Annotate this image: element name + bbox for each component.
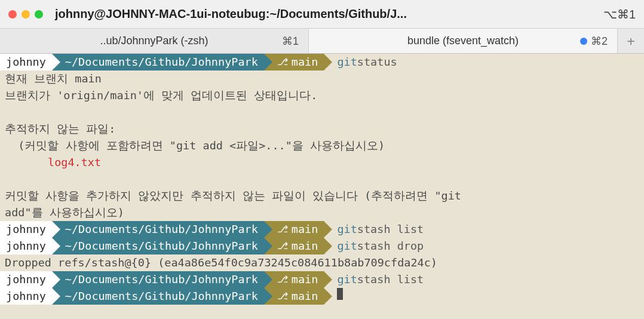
minimize-icon[interactable]	[22, 10, 30, 19]
maximize-icon[interactable]	[35, 10, 43, 19]
window-shortcut: ⌥⌘1	[603, 7, 636, 22]
prompt-user: johnny	[0, 271, 52, 288]
output-line	[0, 104, 644, 121]
branch-name: main	[292, 54, 318, 70]
titlebar: johnny@JOHNNY-MAC-1ui-noteubug:~/Documen…	[0, 0, 644, 29]
tabbar: ..ub/JohnnyPark (-zsh) ⌘1 bundle (fseven…	[0, 29, 644, 54]
prompt-branch: ⎇main	[264, 288, 324, 305]
activity-indicator-icon	[580, 38, 587, 45]
prompt-user: johnny	[0, 238, 52, 254]
tab-2[interactable]: bundle (fsevent_watch) ⌘2	[309, 29, 618, 53]
git-branch-icon: ⎇	[277, 221, 288, 238]
tab-shortcut: ⌘2	[580, 35, 608, 48]
output-line: Dropped refs/stash@{0} (ea4a86e54f0c9a73…	[0, 254, 644, 271]
prompt-path: ~/Documents/Github/JohnnyPark	[52, 221, 264, 238]
prompt-branch: ⎇main	[264, 238, 324, 254]
branch-name: main	[292, 271, 318, 288]
command-text: git stash list	[324, 271, 424, 288]
branch-name: main	[292, 221, 318, 238]
prompt-branch: ⎇main	[264, 221, 324, 238]
new-tab-button[interactable]: +	[618, 29, 644, 53]
output-line: 브랜치가 'origin/main'에 맞게 업데이트된 상태입니다.	[0, 87, 644, 104]
tab-shortcut-text: ⌘2	[591, 35, 608, 48]
prompt-line: johnny ~/Documents/Github/JohnnyPark ⎇ma…	[0, 221, 644, 238]
branch-name: main	[292, 288, 318, 305]
cursor	[337, 288, 343, 300]
branch-name: main	[292, 238, 318, 254]
prompt-path: ~/Documents/Github/JohnnyPark	[52, 271, 264, 288]
prompt-branch: ⎇main	[264, 54, 324, 70]
git-branch-icon: ⎇	[277, 288, 288, 305]
git-branch-icon: ⎇	[277, 238, 288, 254]
prompt-line: johnny ~/Documents/Github/JohnnyPark ⎇ma…	[0, 288, 644, 305]
tab-1[interactable]: ..ub/JohnnyPark (-zsh) ⌘1	[0, 29, 309, 53]
tab-label: ..ub/JohnnyPark (-zsh)	[100, 35, 208, 47]
prompt-user: johnny	[0, 221, 52, 238]
prompt-line: johnny ~/Documents/Github/JohnnyPark ⎇ma…	[0, 271, 644, 288]
prompt-path: ~/Documents/Github/JohnnyPark	[52, 54, 264, 70]
output-line: 추적하지 않는 파일:	[0, 121, 644, 137]
output-line: 현재 브랜치 main	[0, 70, 644, 87]
prompt-line: johnny ~/Documents/Github/JohnnyPark ⎇ma…	[0, 54, 644, 70]
prompt-line: johnny ~/Documents/Github/JohnnyPark ⎇ma…	[0, 238, 644, 254]
prompt-branch: ⎇main	[264, 271, 324, 288]
output-line	[0, 171, 644, 188]
tab-label: bundle (fsevent_watch)	[407, 35, 519, 47]
command-text: git stash drop	[324, 238, 424, 254]
prompt-path: ~/Documents/Github/JohnnyPark	[52, 238, 264, 254]
output-line: 커밋할 사항을 추가하지 않았지만 추적하지 않는 파일이 있습니다 (추적하려…	[0, 188, 644, 204]
untracked-file: log4.txt	[0, 154, 644, 171]
prompt-user: johnny	[0, 288, 52, 305]
traffic-lights	[8, 10, 43, 19]
window-title: johnny@JOHNNY-MAC-1ui-noteubug:~/Documen…	[55, 7, 603, 21]
prompt-path: ~/Documents/Github/JohnnyPark	[52, 288, 264, 305]
git-branch-icon: ⎇	[277, 271, 288, 288]
command-text: git status	[324, 54, 397, 70]
command-text: git stash list	[324, 221, 424, 238]
output-line: add"를 사용하십시오)	[0, 204, 644, 221]
output-line: (커밋할 사항에 포함하려면 "git add <파일>..."을 사용하십시오…	[0, 137, 644, 154]
git-branch-icon: ⎇	[277, 54, 288, 70]
close-icon[interactable]	[8, 10, 17, 19]
tab-shortcut: ⌘1	[282, 35, 299, 48]
terminal-output[interactable]: johnny ~/Documents/Github/JohnnyPark ⎇ma…	[0, 54, 644, 305]
prompt-user: johnny	[0, 54, 52, 70]
